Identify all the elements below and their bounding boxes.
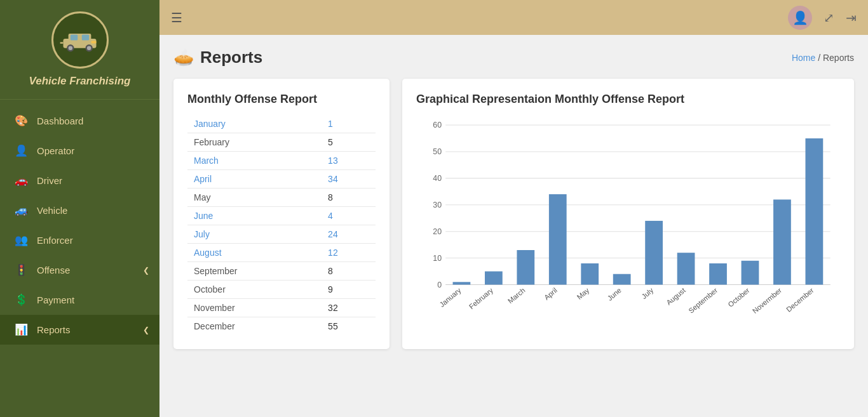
month-name: June	[187, 207, 322, 225]
svg-text:0: 0	[437, 281, 442, 289]
month-value: 1	[322, 115, 376, 133]
month-name: February	[187, 133, 322, 152]
hamburger-menu-button[interactable]: ☰	[171, 10, 182, 25]
svg-rect-3	[82, 34, 89, 40]
table-row: September8	[187, 262, 376, 281]
svg-text:July: July	[640, 286, 654, 300]
sidebar-item-label: Offense	[37, 265, 70, 275]
svg-text:May: May	[575, 286, 590, 301]
table-row: November32	[187, 299, 376, 317]
sidebar-item-reports[interactable]: 📊 Reports ❮	[0, 315, 159, 345]
svg-text:Novermber: Novermber	[751, 286, 783, 315]
sidebar-item-enforcer[interactable]: 👥 Enforcer	[0, 225, 159, 255]
month-value: 5	[322, 133, 376, 152]
breadcrumb-home-link[interactable]: Home	[792, 53, 815, 63]
logout-icon[interactable]: ⇥	[846, 10, 857, 25]
page-title: Reports	[200, 48, 262, 67]
sidebar-item-label: Driver	[37, 175, 62, 186]
bar	[613, 274, 631, 285]
svg-text:20: 20	[433, 227, 442, 236]
graphical-report-card: Graphical Representaion Monthly Offense …	[402, 79, 854, 349]
main-area: ☰ 👤 ⤢ ⇥ 🥧 Reports Home / Reports Monthl	[159, 0, 868, 417]
month-value: 8	[322, 189, 376, 207]
svg-text:March: March	[506, 286, 527, 305]
sidebar-item-driver[interactable]: 🚗 Driver	[0, 166, 159, 195]
sidebar-item-label: Enforcer	[37, 235, 73, 246]
sidebar-nav: 🎨 Dashboard 👤 Operator 🚗 Driver 🚙 Vehicl…	[0, 100, 159, 417]
payment-icon: 💲	[14, 293, 28, 307]
svg-rect-2	[71, 34, 78, 40]
breadcrumb-separator: /	[818, 53, 820, 63]
chevron-right-icon-reports: ❮	[143, 326, 149, 334]
svg-text:40: 40	[433, 174, 442, 183]
svg-text:April: April	[543, 286, 559, 301]
svg-text:30: 30	[433, 201, 442, 209]
cards-row: Monthly Offense Report January1February5…	[173, 79, 854, 349]
bar	[806, 138, 824, 284]
table-row: October9	[187, 281, 376, 299]
month-name: August	[187, 244, 322, 262]
logo-title: Vehicle Franchising	[29, 75, 131, 88]
svg-text:February: February	[468, 286, 495, 310]
month-name: September	[187, 262, 322, 281]
operator-icon: 👤	[14, 144, 28, 157]
month-value: 13	[322, 152, 376, 170]
month-value: 12	[322, 244, 376, 262]
svg-text:June: June	[606, 286, 623, 302]
svg-text:January: January	[438, 286, 463, 308]
table-row: April34	[187, 170, 376, 189]
sidebar-item-label: Vehicle	[37, 205, 67, 216]
table-row: December55	[187, 317, 376, 336]
logo-car-icon	[59, 26, 100, 55]
table-row: June4	[187, 207, 376, 225]
monthly-report-title: Monthly Offense Report	[187, 93, 376, 106]
bar-chart: 0102030405060JanuaryFebruaryMarchAprilMa…	[416, 115, 840, 331]
monthly-report-card: Monthly Offense Report January1February5…	[173, 79, 390, 349]
month-name: January	[187, 115, 322, 133]
month-name: April	[187, 170, 322, 189]
svg-text:October: October	[726, 286, 751, 308]
graphical-report-title: Graphical Representaion Monthly Offense …	[416, 93, 840, 106]
svg-text:50: 50	[433, 147, 442, 156]
topbar-right: 👤 ⤢ ⇥	[788, 6, 857, 30]
table-row: August12	[187, 244, 376, 262]
table-row: February5	[187, 133, 376, 152]
page-title-area: 🥧 Reports	[173, 48, 262, 67]
month-name: May	[187, 189, 322, 207]
month-name: July	[187, 225, 322, 244]
month-value: 4	[322, 207, 376, 225]
month-name: October	[187, 281, 322, 299]
sidebar-item-offense[interactable]: 🚦 Offense ❮	[0, 255, 159, 285]
expand-icon[interactable]: ⤢	[824, 10, 834, 25]
topbar: ☰ 👤 ⤢ ⇥	[159, 0, 868, 35]
table-row: May8	[187, 189, 376, 207]
svg-text:60: 60	[433, 121, 442, 129]
month-name: March	[187, 152, 322, 170]
dashboard-icon: 🎨	[14, 114, 28, 128]
table-row: January1	[187, 115, 376, 133]
sidebar-item-operator[interactable]: 👤 Operator	[0, 136, 159, 166]
svg-text:August: August	[665, 286, 687, 307]
month-value: 32	[322, 299, 376, 317]
sidebar-item-payment[interactable]: 💲 Payment	[0, 285, 159, 315]
table-row: July24	[187, 225, 376, 244]
month-value: 8	[322, 262, 376, 281]
bar	[485, 272, 503, 285]
breadcrumb-current: Reports	[823, 53, 854, 63]
sidebar-item-vehicle[interactable]: 🚙 Vehicle	[0, 195, 159, 225]
bar	[773, 199, 791, 284]
sidebar-item-label: Reports	[37, 324, 71, 335]
sidebar-item-label: Payment	[37, 295, 74, 305]
sidebar-item-dashboard[interactable]: 🎨 Dashboard	[0, 106, 159, 136]
bar	[453, 282, 471, 284]
topbar-left: ☰	[171, 10, 182, 25]
reports-page-icon: 🥧	[173, 48, 194, 67]
svg-point-7	[87, 46, 92, 50]
bar-chart-svg: 0102030405060JanuaryFebruaryMarchAprilMa…	[416, 115, 840, 331]
bar	[742, 261, 759, 285]
svg-rect-9	[91, 41, 96, 43]
table-row: March13	[187, 152, 376, 170]
month-name: December	[187, 317, 322, 336]
sidebar: Vehicle Franchising 🎨 Dashboard 👤 Operat…	[0, 0, 159, 417]
reports-icon: 📊	[14, 323, 28, 336]
